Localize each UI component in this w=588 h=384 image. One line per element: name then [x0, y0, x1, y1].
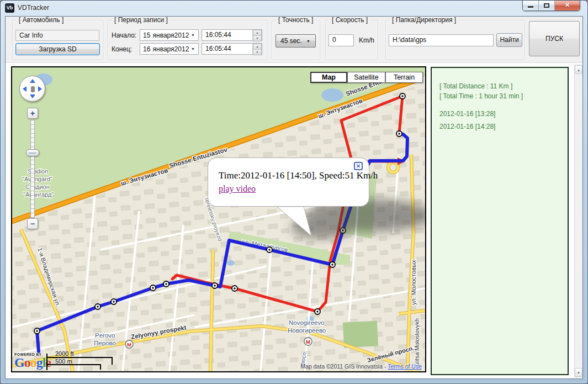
- route-waypoint-dot: [36, 330, 38, 332]
- window-title: VDTracker: [18, 4, 49, 12]
- toolbar: [ Автомобиль ] Car Info Загрузка SD [ Пе…: [6, 17, 582, 63]
- load-sd-button[interactable]: Загрузка SD: [15, 43, 100, 55]
- route-waypoint-dot: [316, 311, 318, 312]
- google-letter: G: [14, 355, 24, 370]
- bubble-close-icon[interactable]: ✕: [354, 162, 363, 170]
- map-graphics: ш. ЭнтузиастовShosse EntuziastovShosse E…: [12, 67, 425, 371]
- folder-path-input[interactable]: H:\data\gps: [389, 34, 494, 46]
- google-letter: o: [30, 355, 36, 370]
- close-icon: ✕: [555, 2, 580, 9]
- zoom-in-button[interactable]: +: [27, 108, 38, 119]
- route-waypoint-dot: [398, 133, 400, 134]
- route-waypoint-dot: [268, 249, 270, 250]
- street-label: ulitsa Molostovykh: [414, 318, 420, 366]
- pan-down-icon[interactable]: [30, 94, 35, 98]
- attribution-text: Map data ©2011 GIS Innovatsia -: [300, 363, 388, 370]
- map-type-terrain[interactable]: Terrain: [385, 72, 423, 83]
- spin-down-icon[interactable]: ▼: [253, 50, 262, 55]
- end-day: 16: [140, 45, 153, 53]
- street-label: "Avangard": [22, 176, 52, 182]
- end-time-value: 16:05:44: [202, 44, 252, 54]
- end-time-spinner[interactable]: ▲ ▼: [252, 44, 262, 54]
- route-waypoint-dot: [113, 301, 114, 302]
- start-time-spinner[interactable]: ▲ ▼: [252, 30, 262, 40]
- street-label: Новогиреево: [288, 327, 326, 334]
- end-date-picker[interactable]: 16 января 2012 ▼: [140, 43, 199, 55]
- bubble-text: Time:2012-01-16 [14:50], Speed:51 Km/h: [219, 170, 378, 181]
- total-distance: [ Total Distance : 11 Km ]: [439, 82, 560, 90]
- find-button[interactable]: Найти: [496, 33, 522, 47]
- route-waypoint-dot: [97, 306, 98, 307]
- start-year: 2012: [174, 31, 191, 39]
- google-letter: o: [24, 355, 30, 370]
- scale-m-label: 500 m: [55, 358, 72, 365]
- map-canvas[interactable]: ш. ЭнтузиастовShosse EntuziastovShosse E…: [11, 66, 426, 372]
- route-waypoint-dot: [401, 95, 403, 97]
- end-month: января: [153, 45, 174, 53]
- pond: [227, 260, 235, 266]
- speed-input[interactable]: 0: [329, 34, 354, 46]
- google-letter: g: [36, 355, 43, 370]
- end-time-picker[interactable]: 16:05:44 ▲ ▼: [202, 43, 262, 55]
- zoom-slider-track[interactable]: [30, 120, 35, 218]
- scale-m-bar: [46, 364, 101, 370]
- route-waypoint-dot: [152, 287, 153, 288]
- metro-icon-letter: M: [306, 339, 310, 345]
- street-label: Perovo: [95, 332, 115, 339]
- google-logo[interactable]: POWERED BY Google: [14, 353, 51, 369]
- minimize-button[interactable]: [523, 1, 539, 10]
- timestamp-item: 2012-01-16 [13:28]: [439, 110, 560, 118]
- vdtracker-window: Vb VDTracker ✕ [ Автомобиль ] Car Info З…: [0, 0, 588, 384]
- titlebar[interactable]: Vb VDTracker ✕: [1, 1, 587, 16]
- start-date-dropdown-icon[interactable]: ▼: [191, 33, 198, 37]
- spin-up-icon[interactable]: ▲: [253, 44, 262, 50]
- spin-down-icon[interactable]: ▼: [253, 36, 262, 41]
- start-date-picker[interactable]: 15 января 2012 ▼: [140, 29, 199, 41]
- group-speed-label: [ Скорость ]: [330, 16, 370, 24]
- map-type-satellite[interactable]: Satellite: [347, 72, 385, 83]
- accuracy-combo[interactable]: 45 sec. ▼: [276, 34, 316, 48]
- street-label: "Авангард": [23, 191, 54, 198]
- spin-up-icon[interactable]: ▲: [253, 30, 262, 36]
- total-time: [ Total Time : 1 hour 31 min ]: [439, 92, 560, 100]
- scroll-down-icon[interactable]: ▼: [575, 368, 582, 377]
- speed-unit-label: Km/h: [359, 36, 374, 44]
- scroll-up-icon[interactable]: ▲: [575, 65, 582, 74]
- pan-up-icon[interactable]: [30, 79, 35, 83]
- pan-hand-icon: [30, 86, 35, 92]
- group-period-label: [ Период записи ]: [112, 16, 170, 24]
- timestamp-item: 2012-01-16 [14:28]: [439, 123, 560, 130]
- panel-scrollbar[interactable]: ▲ ▼: [574, 65, 583, 377]
- street-label: ул. Молостовых: [410, 260, 417, 305]
- start-label: Начало:: [112, 31, 136, 39]
- map-pan-control[interactable]: [19, 76, 45, 102]
- car-info-field[interactable]: Car Info: [15, 30, 99, 41]
- route-waypoint-dot: [214, 285, 215, 286]
- terms-of-use-link[interactable]: Terms of Use: [388, 363, 422, 370]
- map-type-map[interactable]: Map: [310, 72, 347, 83]
- group-accuracy-label: [ Точность ]: [276, 16, 315, 24]
- scale-ft-label: 2000 ft: [55, 350, 74, 357]
- start-month: января: [153, 31, 174, 39]
- zoom-out-button[interactable]: −: [27, 218, 38, 229]
- start-time-picker[interactable]: 16:05:44 ▲ ▼: [202, 29, 262, 41]
- end-date-dropdown-icon[interactable]: ▼: [191, 47, 198, 51]
- route-waypoint-dot: [165, 283, 167, 285]
- maximize-icon: [544, 3, 549, 8]
- accuracy-dropdown-icon[interactable]: ▼: [306, 39, 315, 43]
- accuracy-value: 45 sec.: [276, 37, 306, 45]
- window-controls: ✕: [522, 1, 580, 11]
- start-run-button[interactable]: ПУСК: [529, 21, 580, 56]
- pan-left-icon[interactable]: [23, 86, 27, 92]
- street-label: Перово: [94, 340, 116, 346]
- close-button[interactable]: ✕: [555, 1, 580, 10]
- street-label: Стадион: [25, 183, 50, 190]
- pan-right-icon[interactable]: [38, 86, 42, 92]
- route-waypoint-dot: [331, 264, 333, 265]
- zoom-slider-handle[interactable]: [26, 149, 39, 156]
- maximize-button[interactable]: [539, 1, 555, 10]
- metro-icon-letter: M: [127, 341, 131, 348]
- group-folder-label: [ Папка/Директория ]: [390, 16, 458, 24]
- end-year: 2012: [174, 45, 191, 53]
- play-video-link[interactable]: play video: [219, 184, 256, 194]
